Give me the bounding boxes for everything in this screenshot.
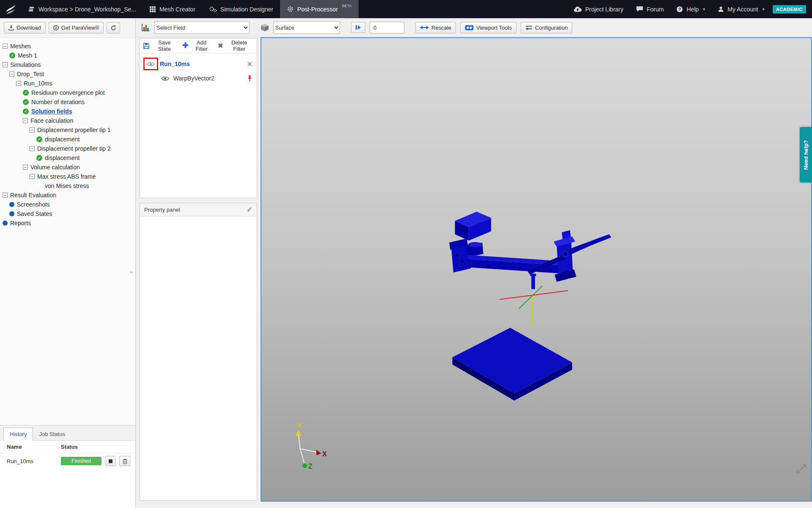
add-filter-button[interactable]: ✚ Add Filter — [182, 39, 213, 52]
tree-item-face-calculation[interactable]: − Face calculation — [0, 116, 135, 125]
remove-dataset-button[interactable]: ✕ — [247, 60, 252, 68]
tree-item-von-mises-stress[interactable]: von Mises stress — [0, 181, 135, 190]
apply-check-icon[interactable]: ✓ — [247, 205, 252, 214]
tree-item-result-evaluation[interactable]: − Result Evaluation — [0, 190, 135, 200]
tree-item-simulations[interactable]: − Simulations — [0, 60, 135, 69]
status-check-icon: ✓ — [36, 136, 42, 142]
tree-item-displacement[interactable]: ✓ displacement — [0, 153, 135, 163]
tab-label: Mesh Creator — [159, 6, 195, 13]
tree-item-displacement[interactable]: ✓ displacement — [0, 135, 135, 144]
rescale-label: Rescale — [431, 25, 451, 31]
visibility-toggle[interactable] — [147, 61, 155, 67]
stop-icon — [109, 459, 112, 463]
configuration-button[interactable]: Configuration — [521, 22, 572, 33]
postprocessor-content: Save State ✚ Add Filter ✖ Delete Filter — [136, 37, 812, 508]
forum-link[interactable]: Forum — [630, 6, 670, 13]
representation-select[interactable]: Surface — [273, 21, 340, 34]
svg-text:?: ? — [678, 7, 681, 11]
get-paraview-button[interactable]: Get ParaView® — [49, 22, 104, 33]
project-library-link[interactable]: Project Library — [567, 6, 630, 13]
property-panel-label: Property panel — [144, 207, 180, 213]
tree-item-displacement-propeller-tip-2[interactable]: − Displacement propeller tip 2 — [0, 144, 135, 153]
node-dot-icon — [9, 211, 14, 216]
rescale-button[interactable]: Rescale — [415, 22, 456, 33]
column-name: Name — [7, 444, 61, 450]
node-dot-icon — [9, 202, 14, 207]
tree-item-number-of-iterations[interactable]: ✓ Number of iterations — [0, 97, 135, 107]
collapse-toggle-icon: − — [30, 146, 35, 151]
download-button[interactable]: Download — [4, 22, 46, 33]
refresh-button[interactable] — [107, 22, 120, 33]
collapse-toggle-icon: − — [30, 127, 35, 133]
tree-item-reports[interactable]: Reports — [0, 218, 135, 228]
download-label: Download — [16, 25, 41, 31]
sidebar-tree: − Meshes ✓ Mesh 1 − Simulations − Drop_T… — [0, 38, 135, 228]
gear-icon — [287, 6, 294, 13]
topbar-right-links: Project Library Forum ? Help ▾ — [567, 0, 812, 18]
eye-icon — [161, 76, 169, 81]
tab-history[interactable]: History — [3, 428, 33, 441]
sidebar-toolbar: Download Get ParaView® — [0, 18, 135, 38]
filter-item-warpbyvector2[interactable]: WarpByVector2 — [140, 71, 257, 86]
postprocessor-toolbar: Select Field Surface — [136, 18, 812, 37]
axis-label-z: Z — [308, 463, 313, 470]
tree-item-volume-calculation[interactable]: − Volume calculation — [0, 163, 135, 172]
tree-item-drop-test[interactable]: − Drop_Test — [0, 69, 135, 79]
column-status: Status — [61, 444, 135, 450]
help-menu[interactable]: ? Help ▾ — [670, 6, 711, 13]
tab-mesh-creator[interactable]: Mesh Creator — [143, 0, 202, 18]
filter-item-run-10ms[interactable]: Run_10ms ✕ — [140, 57, 257, 71]
delete-filter-label: Delete Filter — [225, 39, 253, 52]
tab-simulation-designer[interactable]: Simulation Designer — [202, 0, 280, 18]
frame-input[interactable] — [370, 22, 404, 33]
download-icon — [8, 25, 14, 30]
cloud-icon — [573, 6, 582, 12]
delete-job-button[interactable] — [119, 456, 130, 466]
tree-item-solution-fields[interactable]: ✓ Solution fields — [0, 107, 135, 116]
tree-item-residuum-convergence-plot[interactable]: ✓ Residuum convergence plot — [0, 88, 135, 97]
rescale-arrows-icon — [420, 25, 429, 30]
need-help-tab[interactable]: Need help? — [800, 127, 812, 182]
tree-item-screenshots[interactable]: Screenshots — [0, 200, 135, 209]
simscale-logo-icon — [5, 3, 16, 15]
viewport-tools-button[interactable]: Viewport Tools — [460, 22, 516, 33]
stop-job-button[interactable] — [105, 456, 116, 466]
status-check-icon: ✓ — [36, 155, 42, 161]
job-name: Run_10ms — [7, 458, 61, 464]
status-check-icon: ✓ — [23, 108, 29, 114]
link-label: Project Library — [585, 6, 623, 13]
save-state-button[interactable]: Save State — [143, 39, 177, 52]
workspace-breadcrumb[interactable]: Workspace > Drone_Workshop_Se... — [21, 0, 143, 18]
job-status-cell: Finished — [61, 456, 135, 466]
tree-item-run-10ms[interactable]: − Run_10ms — [0, 79, 135, 88]
add-filter-label: Add Filter — [190, 39, 213, 52]
colormap-icon[interactable] — [141, 23, 150, 32]
save-state-label: Save State — [151, 39, 177, 52]
field-select[interactable]: Select Field — [154, 21, 250, 34]
pin-icon — [247, 75, 252, 82]
simscale-logo[interactable] — [0, 0, 21, 18]
tree-item-meshes[interactable]: − Meshes — [0, 41, 135, 51]
delete-filter-button[interactable]: ✖ Delete Filter — [218, 39, 253, 52]
sidebar-bottom-panel: History Job Status Name Status Run_10ms … — [0, 425, 135, 508]
tree-item-displacement-propeller-tip-1[interactable]: − Displacement propeller tip 1 — [0, 125, 135, 135]
tab-post-processor[interactable]: Post-Processor BETA — [280, 0, 359, 18]
workspace-label: Workspace > Drone_Workshop_Se... — [38, 6, 136, 13]
tree-item-max-stress-abs-frame[interactable]: − Max stress ABS frame — [0, 172, 135, 181]
axis-label-x: X — [322, 450, 327, 458]
paraview-icon — [53, 25, 59, 30]
job-table-header: Name Status — [0, 441, 135, 453]
forum-bubble-icon — [636, 6, 643, 12]
my-account-menu[interactable]: My Account ▾ — [711, 6, 771, 13]
tree-item-saved-states[interactable]: Saved States — [0, 209, 135, 218]
visibility-toggle[interactable] — [161, 76, 169, 81]
viewport-3d[interactable]: Y X Z — [261, 37, 812, 502]
app-window: Workspace > Drone_Workshop_Se... Mesh Cr… — [0, 0, 812, 508]
help-icon: ? — [676, 6, 683, 13]
play-icon — [355, 25, 362, 30]
tab-job-status[interactable]: Job Status — [33, 428, 71, 440]
play-step-button[interactable] — [351, 22, 365, 33]
panel-collapse-handle[interactable]: » — [130, 267, 135, 276]
pin-filter-button[interactable] — [247, 75, 252, 82]
tree-item-mesh-1[interactable]: ✓ Mesh 1 — [0, 51, 135, 60]
